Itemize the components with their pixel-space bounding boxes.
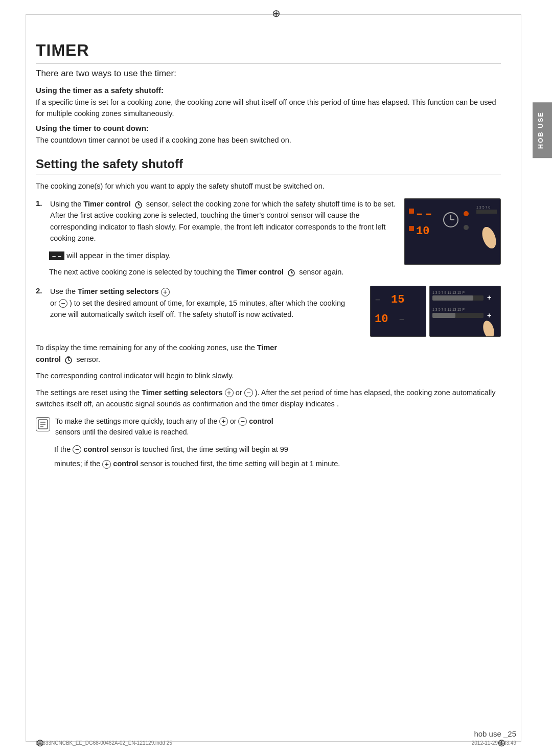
step2-timer-selectors: Timer setting selectors	[78, 287, 159, 295]
para3-bold: Timer setting selectors	[142, 388, 223, 397]
device-display-2b: 1 3 5 7 9 11 13 15 P + 1 3 5 7 9 11 13 1…	[429, 286, 501, 337]
note-text: To make the settings more quickly, touch…	[55, 417, 219, 425]
svg-text:10: 10	[375, 313, 388, 326]
svg-text:1 3 5 7 9 11 13 15 P: 1 3 5 7 9 11 13 15 P	[432, 308, 465, 311]
note-icon	[36, 417, 50, 431]
side-tab: HOB USE	[533, 102, 552, 158]
main-content: TIMER There are two ways to use the time…	[36, 26, 501, 730]
step1-image: – – 10 1 3 5 7 0	[404, 198, 501, 278]
minus-btn-indent1: −	[73, 445, 81, 454]
indent2-post: sensor is touched first, the time settin…	[141, 460, 340, 468]
device-display-1: – – 10 1 3 5 7 0	[404, 198, 501, 265]
indent1-pre: If the	[54, 445, 73, 453]
para3-pre: The settings are reset using the	[36, 388, 142, 397]
device-svg-2a: – 15 10 –	[371, 286, 426, 337]
step1-content: Using the Timer control sensor, select t…	[50, 198, 396, 244]
indent1-post: sensor is touched first, the time settin…	[110, 445, 288, 453]
svg-text:–: –	[416, 208, 423, 221]
note-or: or	[230, 417, 238, 425]
note-text2: sensors until the desired value is reach…	[55, 428, 189, 436]
svg-text:+: +	[487, 293, 491, 302]
next-zone-bold: Timer control	[237, 268, 284, 276]
footer-doc-info: NZ633NCNCBK_EE_DG68-00462A-02_EN-121129.…	[36, 740, 172, 746]
crosshair-top: ⊕	[272, 7, 281, 19]
intro-text: The cooking zone(s) for which you want t…	[36, 180, 501, 192]
svg-rect-31	[432, 295, 473, 301]
minus-btn: −	[59, 299, 67, 308]
svg-text:–: –	[375, 294, 381, 306]
countdown-text: The countdown timer cannot be used if a …	[36, 134, 501, 146]
countdown-subheading: Using the timer to count down:	[36, 124, 501, 132]
svg-text:1 3 5 7 0: 1 3 5 7 0	[476, 205, 490, 209]
safety-shutoff-text: If a specific time is set for a cooking …	[36, 97, 501, 120]
dash-indicator: – –	[49, 251, 64, 260]
para1-pre: To display the time remaining for any of…	[36, 343, 257, 352]
svg-text:15: 15	[391, 293, 404, 306]
device-svg-2b: 1 3 5 7 9 11 13 15 P + 1 3 5 7 9 11 13 1…	[430, 286, 501, 337]
step1-text-block: 1. Using the Timer control sensor, selec…	[36, 198, 396, 278]
footer-date-info: 2012-11-29 5:33:49	[472, 740, 516, 746]
svg-text:+: +	[487, 311, 491, 319]
timer-control-icon-3	[64, 355, 73, 364]
step2-container: 2. Use the Timer setting selectors + or …	[36, 286, 501, 337]
indent2-pre: minutes; if the	[54, 460, 102, 468]
step1-after: After the first active cooking zone is s…	[50, 211, 386, 242]
para3-or: or	[236, 388, 244, 397]
step1-container: 1. Using the Timer control sensor, selec…	[36, 198, 501, 278]
step2-prefix: Use the	[50, 287, 78, 295]
page-footer: hob use _25	[474, 729, 516, 738]
plus-btn: +	[161, 288, 170, 296]
svg-text:–: –	[399, 313, 405, 325]
device-display-2a: – 15 10 –	[370, 286, 426, 337]
note-box: To make the settings more quickly, touch…	[36, 416, 501, 438]
next-zone-text: The next active cooking zone is selected…	[49, 266, 396, 278]
plus-btn-indent2: +	[102, 460, 111, 469]
page-border-right	[521, 14, 521, 742]
step2-content: Use the Timer setting selectors + or − )…	[50, 286, 362, 320]
svg-rect-19	[476, 210, 497, 214]
svg-text:10: 10	[416, 225, 429, 238]
step1-number: 1.	[36, 199, 48, 208]
para1-control-bold: control	[36, 355, 61, 363]
timer-heading: TIMER	[36, 41, 501, 63]
minus-btn-2: −	[244, 388, 253, 397]
safety-shutoff-subheading: Using the timer as a safety shutoff:	[36, 86, 501, 95]
svg-rect-10	[409, 226, 414, 231]
indent1-bold: control	[83, 445, 108, 453]
page-border-left	[26, 14, 26, 742]
svg-rect-35	[432, 313, 455, 318]
para1: To display the time remaining for any of…	[36, 342, 501, 365]
indent2: minutes; if the + control sensor is touc…	[54, 458, 501, 469]
svg-point-18	[464, 225, 469, 230]
step2-images: – 15 10 – 1 3 5 7 9 11 13 15 P	[370, 286, 501, 337]
step2-text: ) to set the desired amount of time, for…	[50, 299, 345, 318]
minus-btn-note: −	[238, 417, 247, 426]
para1-post: sensor.	[76, 355, 100, 363]
svg-point-17	[464, 211, 469, 216]
subtitle: There are two ways to use the timer:	[36, 68, 501, 79]
note-bold: control	[249, 417, 273, 425]
svg-rect-9	[409, 209, 414, 214]
device-display-2-container: – 15 10 – 1 3 5 7 9 11 13 15 P	[370, 286, 501, 337]
next-zone-post: sensor again.	[299, 268, 343, 276]
step1-text: sensor, select the cooking zone for whic…	[146, 200, 396, 208]
para3: The settings are reset using the Timer s…	[36, 387, 501, 410]
step2-text-block: 2. Use the Timer setting selectors + or …	[36, 286, 362, 320]
timer-control-icon-2	[287, 268, 296, 277]
section-heading: Setting the safety shutoff	[36, 157, 501, 174]
para2: The corresponding control indicator will…	[36, 370, 501, 381]
dash-line: – – will appear in the timer display.	[49, 248, 396, 263]
note-svg	[37, 419, 49, 430]
step2-number: 2.	[36, 286, 48, 295]
step1-timer-control: Timer control	[83, 200, 130, 208]
step1-row: 1. Using the Timer control sensor, selec…	[36, 198, 396, 244]
device-svg-1: – – 10 1 3 5 7 0	[405, 199, 501, 265]
indent2-bold: control	[113, 460, 138, 468]
svg-text:1 3 5 7 9 11 13 15 P: 1 3 5 7 9 11 13 15 P	[432, 291, 465, 294]
timer-control-icon	[134, 200, 143, 209]
or-text: or	[50, 299, 57, 307]
note-content: To make the settings more quickly, touch…	[55, 416, 273, 438]
plus-btn-2: +	[225, 388, 234, 397]
svg-text:–: –	[425, 208, 432, 221]
plus-btn-note: +	[219, 417, 228, 426]
